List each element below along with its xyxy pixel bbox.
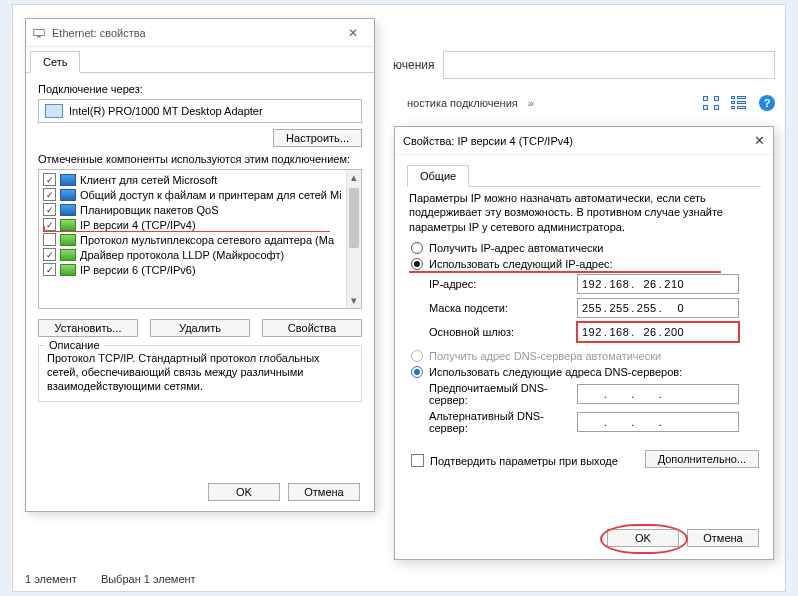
list-item-label: Общий доступ к файлам и принтерам для се…: [80, 189, 342, 201]
adapter-name: Intel(R) PRO/1000 MT Desktop Adapter: [69, 105, 263, 117]
ipv4-properties-dialog: Свойства: IP версии 4 (TCP/IPv4) ✕ Общие…: [394, 126, 774, 560]
ok-button[interactable]: OK: [607, 529, 679, 547]
tabs: Общие: [407, 161, 761, 187]
radio-icon: [411, 258, 423, 270]
service-icon: [60, 204, 76, 216]
radio-ip-auto[interactable]: Получить IP-адрес автоматически: [411, 242, 761, 254]
tab-network[interactable]: Сеть: [30, 51, 80, 73]
scroll-up-icon[interactable]: ▴: [347, 170, 361, 185]
checkbox-icon[interactable]: ✓: [43, 248, 56, 261]
list-item-label: Драйвер протокола LLDP (Майкрософт): [80, 249, 284, 261]
properties-button[interactable]: Свойства: [262, 319, 362, 337]
list-item[interactable]: ✓IP версии 4 (TCP/IPv4): [43, 217, 345, 232]
status-bar: 1 элемент Выбран 1 элемент: [25, 573, 196, 585]
ip-address-field[interactable]: 192.168. 26.210: [577, 274, 739, 294]
cancel-button[interactable]: Отмена: [687, 529, 759, 547]
subnet-mask-field[interactable]: 255.255.255. 0: [577, 298, 739, 318]
protocol-icon: [60, 249, 76, 261]
configure-button[interactable]: Настроить...: [273, 129, 362, 147]
scroll-down-icon[interactable]: ▾: [347, 293, 361, 308]
ok-button[interactable]: OK: [208, 483, 280, 501]
protocol-icon: [60, 264, 76, 276]
radio-icon: [411, 366, 423, 378]
checkbox-icon[interactable]: ✓: [43, 188, 56, 201]
list-item-label: IP версии 4 (TCP/IPv4): [80, 219, 196, 231]
list-item[interactable]: ✓Планировщик пакетов QoS: [43, 202, 345, 217]
checkbox-icon[interactable]: [43, 233, 56, 246]
description-group: Описание Протокол TCP/IP. Стандартный пр…: [38, 345, 362, 402]
command-bar: ностика подключения » ?: [407, 95, 775, 111]
search-input[interactable]: [443, 51, 776, 79]
radio-icon: [411, 242, 423, 254]
close-icon[interactable]: ✕: [338, 26, 368, 40]
label-ip-address: IP-адрес:: [429, 278, 577, 290]
label-components: Отмеченные компоненты используются этим …: [38, 153, 362, 165]
intro-text: Параметры IP можно назначать автоматичес…: [409, 191, 759, 234]
list-item[interactable]: ✓Драйвер протокола LLDP (Майкрософт): [43, 247, 345, 262]
ethernet-properties-dialog: Ethernet: свойства ✕ Сеть Подключение че…: [25, 18, 375, 512]
uninstall-button[interactable]: Удалить: [150, 319, 250, 337]
list-item[interactable]: ✓Клиент для сетей Microsoft: [43, 172, 345, 187]
dns-preferred-field[interactable]: . . .: [577, 384, 739, 404]
protocol-icon: [60, 219, 76, 231]
svg-rect-0: [34, 29, 45, 35]
radio-dns-static[interactable]: Использовать следующие адреса DNS-сервер…: [411, 366, 761, 378]
list-item-label: Клиент для сетей Microsoft: [80, 174, 217, 186]
validate-checkbox[interactable]: Подтвердить параметры при выходе: [411, 454, 618, 467]
help-icon[interactable]: ?: [759, 95, 775, 111]
cancel-button[interactable]: Отмена: [288, 483, 360, 501]
install-button[interactable]: Установить...: [38, 319, 138, 337]
breadcrumb-bar: ючения: [393, 49, 775, 81]
dialog-titlebar[interactable]: Ethernet: свойства ✕: [26, 19, 374, 47]
radio-icon: [411, 350, 423, 362]
chevron-right-icon[interactable]: »: [528, 97, 534, 109]
advanced-button[interactable]: Дополнительно...: [645, 450, 759, 468]
checkbox-icon[interactable]: ✓: [43, 203, 56, 216]
label-dns-alternate: Альтернативный DNS-сервер:: [429, 410, 577, 434]
checkbox-icon[interactable]: ✓: [43, 218, 56, 231]
checkbox-icon: [411, 454, 424, 467]
network-adapter-icon: [32, 26, 46, 40]
service-icon: [60, 189, 76, 201]
radio-dns-auto: Получить адрес DNS-сервера автоматически: [411, 350, 761, 362]
list-item[interactable]: ✓IP версии 6 (TCP/IPv6): [43, 262, 345, 277]
adapter-field: Intel(R) PRO/1000 MT Desktop Adapter: [38, 99, 362, 123]
list-item-label: Протокол мультиплексора сетевого адаптер…: [80, 234, 334, 246]
service-icon: [60, 174, 76, 186]
label-subnet-mask: Маска подсети:: [429, 302, 577, 314]
status-selection: Выбран 1 элемент: [101, 573, 196, 585]
command-diagnose[interactable]: ностика подключения: [407, 97, 518, 109]
description-legend: Описание: [45, 339, 104, 351]
nic-icon: [45, 104, 63, 118]
status-count: 1 элемент: [25, 573, 77, 585]
tabs: Сеть: [26, 47, 374, 73]
components-list[interactable]: ✓Клиент для сетей Microsoft✓Общий доступ…: [38, 169, 362, 309]
protocol-icon: [60, 234, 76, 246]
dialog-title: Свойства: IP версии 4 (TCP/IPv4): [403, 135, 573, 147]
svg-rect-1: [37, 35, 41, 37]
close-icon[interactable]: ✕: [754, 133, 765, 148]
scroll-thumb[interactable]: [349, 188, 359, 248]
label-dns-preferred: Предпочитаемый DNS-сервер:: [429, 382, 577, 406]
gateway-field[interactable]: 192.168. 26.200: [577, 322, 739, 342]
dns-alternate-field[interactable]: . . .: [577, 412, 739, 432]
list-item[interactable]: Протокол мультиплексора сетевого адаптер…: [43, 232, 345, 247]
view-large-icons-button[interactable]: [703, 96, 719, 110]
tab-general[interactable]: Общие: [407, 165, 469, 187]
checkbox-icon[interactable]: ✓: [43, 263, 56, 276]
description-text: Протокол TCP/IP. Стандартный протокол гл…: [47, 352, 353, 393]
breadcrumb-fragment: ючения: [393, 58, 435, 72]
label-gateway: Основной шлюз:: [429, 326, 577, 338]
list-item-label: Планировщик пакетов QoS: [80, 204, 219, 216]
label-connect-via: Подключение через:: [38, 83, 362, 95]
radio-ip-static[interactable]: Использовать следующий IP-адрес:: [411, 258, 761, 270]
list-item[interactable]: ✓Общий доступ к файлам и принтерам для с…: [43, 187, 345, 202]
view-details-button[interactable]: [731, 96, 747, 110]
checkbox-icon[interactable]: ✓: [43, 173, 56, 186]
dialog-titlebar[interactable]: Свойства: IP версии 4 (TCP/IPv4) ✕: [395, 127, 773, 155]
scrollbar[interactable]: ▴ ▾: [346, 170, 361, 308]
list-item-label: IP версии 6 (TCP/IPv6): [80, 264, 196, 276]
dialog-title: Ethernet: свойства: [52, 27, 146, 39]
